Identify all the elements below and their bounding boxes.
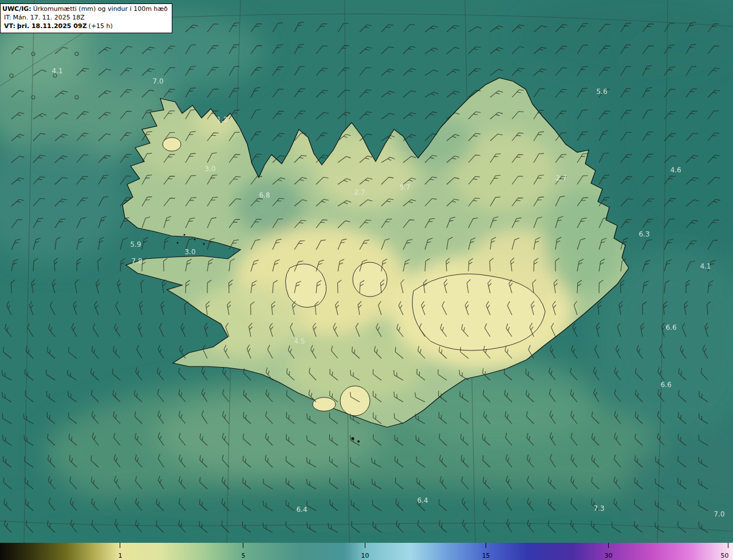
weather-map-screen: 4.17.01.33.06.82.75.72.75.64.66.34.15.97…: [0, 0, 733, 560]
colorbar-tick-label: 30: [604, 552, 612, 559]
colorbar-tick: [728, 543, 728, 548]
init-time-line: IT:Mán. 17. 11. 2025 18Z: [4, 14, 168, 22]
colorbar-tick: [608, 543, 609, 548]
product-label: UWC/IG:: [2, 5, 31, 13]
value-label: 7.0: [152, 77, 163, 85]
init-label: IT:: [4, 14, 11, 21]
value-label: 4.1: [700, 262, 711, 270]
value-label: 5.9: [130, 240, 141, 249]
value-label: 6.4: [417, 496, 428, 504]
value-label: 6.6: [665, 324, 676, 332]
map-title-box: UWC/IG:Úrkomumætti (mm) og vindur í 100m…: [0, 3, 172, 33]
drangajokull-outline: [163, 137, 181, 151]
colorbar-tick-label: 50: [720, 552, 728, 559]
colorbar-tick-label: 1: [118, 552, 122, 559]
value-label: 6.8: [259, 191, 270, 199]
map-canvas: 4.17.01.33.06.82.75.72.75.64.66.34.15.97…: [0, 0, 733, 543]
value-label: 4.5: [294, 337, 305, 345]
value-label: 6.6: [660, 381, 671, 389]
valid-value: þri. 18.11.2025 09Z: [17, 22, 87, 30]
myrdalsjokull-outline: [340, 386, 370, 416]
value-label: 3.0: [184, 248, 195, 256]
value-label: 3.0: [204, 165, 215, 173]
colorbar-tick: [120, 543, 120, 548]
value-label: 7.0: [714, 510, 724, 518]
colorbar-ticks: 1510153050: [0, 543, 733, 560]
value-label: 6.3: [639, 230, 649, 238]
value-label: 1.3: [216, 116, 227, 124]
colorbar-tick: [243, 543, 243, 548]
colorbar: 1510153050: [0, 543, 733, 560]
colorbar-tick-label: 15: [482, 552, 490, 559]
value-label: 5.6: [596, 88, 607, 96]
colorbar-tick: [365, 543, 365, 548]
colorbar-tick: [486, 543, 486, 548]
value-label: 5.7: [399, 183, 410, 191]
valid-time-line: VT:þri. 18.11.2025 09Z(+15 h): [4, 22, 168, 31]
colorbar-tick-label: 10: [361, 552, 369, 559]
valid-label: VT:: [4, 22, 15, 30]
eyjafjallajokull-outline: [313, 397, 336, 411]
value-label: 4.6: [670, 166, 681, 174]
value-label: 7.8: [131, 257, 142, 265]
value-label: 2.7: [354, 188, 365, 196]
valid-offset: (+15 h): [89, 22, 113, 30]
value-label: 2.7: [555, 174, 566, 182]
title-line: UWC/IG:Úrkomumætti (mm) og vindur í 100m…: [2, 5, 168, 14]
value-label: 7.3: [593, 504, 604, 512]
colorbar-tick-label: 5: [241, 552, 245, 559]
init-value: Mán. 17. 11. 2025 18Z: [13, 14, 84, 21]
value-label: 4.1: [52, 67, 62, 75]
product-title: Úrkomumætti (mm) og vindur í 100m hæð: [33, 5, 168, 13]
value-label: 6.4: [296, 506, 307, 514]
iceland-weather-map: 4.17.01.33.06.82.75.72.75.64.66.34.15.97…: [0, 0, 733, 543]
